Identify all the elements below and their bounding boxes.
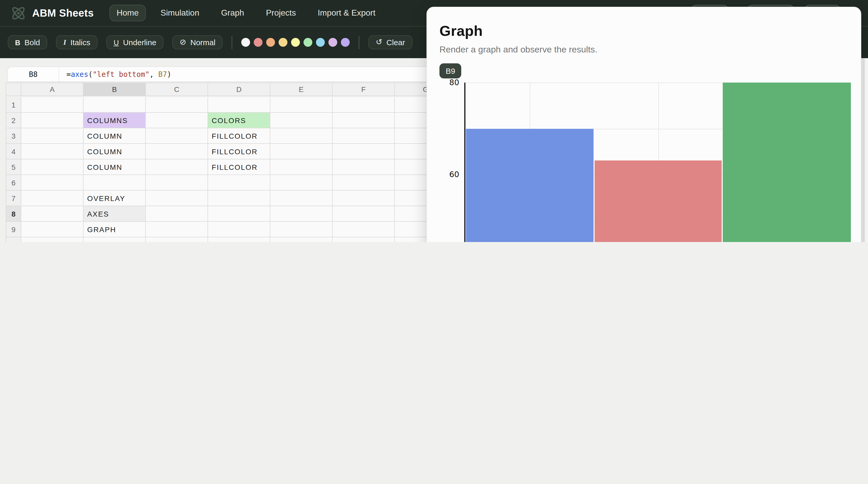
- cell-D1[interactable]: [208, 97, 270, 113]
- cell-F8[interactable]: [333, 206, 395, 222]
- row-header-5[interactable]: 5: [6, 160, 21, 175]
- column-header-E[interactable]: E: [270, 83, 333, 96]
- nav-item-import-export[interactable]: Import & Export: [311, 5, 383, 21]
- nav-item-graph[interactable]: Graph: [214, 5, 251, 21]
- cell-C3[interactable]: [146, 128, 208, 144]
- row-header-10[interactable]: 10: [6, 237, 21, 242]
- vertical-scrollbar[interactable]: [864, 58, 868, 242]
- cell-E2[interactable]: [270, 113, 333, 128]
- cell-A9[interactable]: [21, 222, 84, 237]
- cell-D5[interactable]: FILLCOLOR: [208, 160, 270, 175]
- cell-E1[interactable]: [270, 97, 333, 113]
- color-swatch-1[interactable]: [241, 38, 250, 47]
- cell-A1[interactable]: [21, 97, 84, 113]
- cell-A2[interactable]: [21, 113, 84, 128]
- cell-A5[interactable]: [21, 160, 84, 175]
- cell-A3[interactable]: [21, 128, 84, 144]
- clear-button[interactable]: ↺ Clear: [368, 35, 412, 49]
- cell-reference-box[interactable]: B8: [8, 70, 59, 78]
- cell-C7[interactable]: [146, 191, 208, 206]
- color-swatch-2[interactable]: [254, 38, 262, 47]
- cell-A8[interactable]: [21, 206, 84, 222]
- cell-D2[interactable]: COLORS: [208, 113, 270, 128]
- cell-E8[interactable]: [270, 206, 333, 222]
- cell-F9[interactable]: [333, 222, 395, 237]
- row-header-7[interactable]: 7: [6, 191, 21, 206]
- cell-D3[interactable]: FILLCOLOR: [208, 128, 270, 144]
- cell-B1[interactable]: [84, 97, 146, 113]
- cell-A6[interactable]: [21, 175, 84, 191]
- cell-A7[interactable]: [21, 191, 84, 206]
- cell-C9[interactable]: [146, 222, 208, 237]
- cell-B6[interactable]: [84, 175, 146, 191]
- color-swatch-9[interactable]: [341, 38, 350, 47]
- cell-B3[interactable]: COLUMN: [84, 128, 146, 144]
- cell-A10[interactable]: [21, 237, 84, 242]
- column-header-C[interactable]: C: [146, 83, 208, 96]
- cell-E4[interactable]: [270, 144, 333, 160]
- cell-E9[interactable]: [270, 222, 333, 237]
- row-header-3[interactable]: 3: [6, 128, 21, 144]
- nav-item-projects[interactable]: Projects: [259, 5, 303, 21]
- column-header-F[interactable]: F: [333, 83, 395, 96]
- color-swatch-8[interactable]: [329, 38, 337, 47]
- cell-B5[interactable]: COLUMN: [84, 160, 146, 175]
- cell-C8[interactable]: [146, 206, 208, 222]
- column-header-D[interactable]: D: [208, 83, 270, 96]
- cell-E10[interactable]: [270, 237, 333, 242]
- cell-F2[interactable]: [333, 113, 395, 128]
- row-header-8[interactable]: 8: [6, 206, 21, 222]
- cell-F5[interactable]: [333, 160, 395, 175]
- cell-D7[interactable]: [208, 191, 270, 206]
- cell-B10[interactable]: [84, 237, 146, 242]
- cell-B4[interactable]: COLUMN: [84, 144, 146, 160]
- cell-D4[interactable]: FILLCOLOR: [208, 144, 270, 160]
- cell-E3[interactable]: [270, 128, 333, 144]
- cell-C4[interactable]: [146, 144, 208, 160]
- cell-F1[interactable]: [333, 97, 395, 113]
- bold-button[interactable]: BBold: [8, 35, 47, 49]
- cell-F3[interactable]: [333, 128, 395, 144]
- cell-F7[interactable]: [333, 191, 395, 206]
- row-header-2[interactable]: 2: [6, 113, 21, 128]
- grid-corner[interactable]: [6, 83, 21, 96]
- cell-D10[interactable]: [208, 237, 270, 242]
- cell-D6[interactable]: [208, 175, 270, 191]
- cell-F10[interactable]: [333, 237, 395, 242]
- color-swatch-4[interactable]: [279, 38, 287, 47]
- nav-item-simulation[interactable]: Simulation: [153, 5, 207, 21]
- cell-F6[interactable]: [333, 175, 395, 191]
- cell-E7[interactable]: [270, 191, 333, 206]
- underline-button[interactable]: UUnderline: [106, 35, 164, 49]
- cell-C10[interactable]: [146, 237, 208, 242]
- color-swatch-5[interactable]: [291, 38, 300, 47]
- cell-C5[interactable]: [146, 160, 208, 175]
- source-cell-badge[interactable]: B9: [439, 63, 462, 78]
- cell-C6[interactable]: [146, 175, 208, 191]
- column-header-B[interactable]: B: [84, 83, 146, 96]
- cell-B2[interactable]: COLUMNS: [84, 113, 146, 128]
- cell-D8[interactable]: [208, 206, 270, 222]
- italics-button[interactable]: IItalics: [56, 35, 97, 49]
- nav-item-home[interactable]: Home: [109, 5, 146, 21]
- row-header-9[interactable]: 9: [6, 222, 21, 237]
- row-header-1[interactable]: 1: [6, 97, 21, 113]
- cell-B8[interactable]: AXES: [84, 206, 146, 222]
- formula-input[interactable]: =axes("left bottom", B7): [66, 70, 172, 78]
- row-header-4[interactable]: 4: [6, 144, 21, 160]
- color-swatch-7[interactable]: [316, 38, 325, 47]
- normal-button[interactable]: ⊘Normal: [173, 35, 223, 49]
- column-header-A[interactable]: A: [21, 83, 84, 96]
- cell-B7[interactable]: OVERLAY: [84, 191, 146, 206]
- cell-E6[interactable]: [270, 175, 333, 191]
- cell-D9[interactable]: [208, 222, 270, 237]
- row-header-6[interactable]: 6: [6, 175, 21, 191]
- cell-E5[interactable]: [270, 160, 333, 175]
- cell-C1[interactable]: [146, 97, 208, 113]
- cell-C2[interactable]: [146, 113, 208, 128]
- cell-A4[interactable]: [21, 144, 84, 160]
- color-swatch-3[interactable]: [266, 38, 275, 47]
- color-swatch-6[interactable]: [304, 38, 312, 47]
- cell-F4[interactable]: [333, 144, 395, 160]
- cell-B9[interactable]: GRAPH: [84, 222, 146, 237]
